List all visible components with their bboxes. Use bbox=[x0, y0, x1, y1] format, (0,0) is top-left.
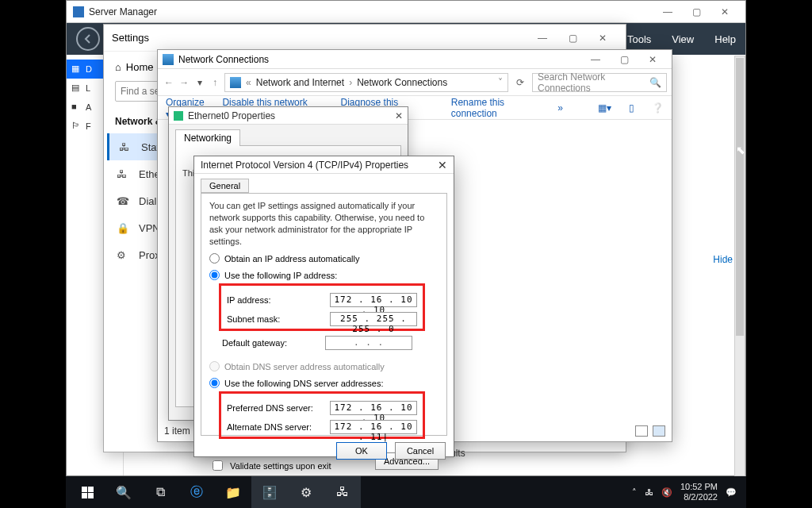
highlight-ip-block: IP address:172 . 16 . 10 . 10 Subnet mas… bbox=[219, 283, 425, 331]
close-icon[interactable]: ✕ bbox=[395, 110, 403, 121]
ipv4-properties-dialog: Internet Protocol Version 4 (TCP/IPv4) P… bbox=[193, 156, 454, 457]
proxy-icon: ⚙ bbox=[117, 249, 131, 261]
windows-logo-icon bbox=[82, 487, 94, 498]
forward-icon[interactable]: → bbox=[178, 77, 190, 88]
radio-use-following-dns[interactable]: Use the following DNS server addresses: bbox=[209, 378, 439, 388]
ipv4-description: You can get IP settings assigned automat… bbox=[209, 200, 439, 247]
servers-icon: ■ bbox=[71, 102, 82, 113]
notifications-icon[interactable]: 💬 bbox=[726, 487, 737, 498]
label-gateway: Default gateway: bbox=[222, 338, 325, 348]
back-button[interactable] bbox=[76, 27, 100, 51]
menu-tools[interactable]: Tools bbox=[627, 33, 651, 45]
ie-button[interactable]: ⓔ bbox=[178, 476, 215, 508]
nav-buttons: ← → ▾ ↑ bbox=[163, 77, 221, 88]
default-gateway-field[interactable]: . . . bbox=[325, 336, 412, 350]
ipv4-body: You can get IP settings assigned automat… bbox=[201, 193, 447, 436]
recent-icon[interactable]: ▾ bbox=[193, 77, 206, 88]
clock[interactable]: 10:52 PM 8/2/2022 bbox=[680, 482, 718, 502]
menu-help[interactable]: Help bbox=[714, 33, 736, 45]
nc-icon bbox=[163, 54, 174, 65]
radio-use-following-ip[interactable]: Use the following IP address: bbox=[209, 270, 439, 280]
search-button[interactable]: 🔍 bbox=[105, 476, 142, 508]
maximize-button[interactable]: ▢ bbox=[610, 51, 638, 68]
minimize-button[interactable]: — bbox=[581, 51, 610, 68]
nc-search[interactable]: Search Network Connections 🔍 bbox=[532, 73, 667, 92]
status-icon: 🖧 bbox=[119, 141, 133, 153]
home-icon: ⌂ bbox=[115, 61, 121, 73]
ipv4-title: Internet Protocol Version 4 (TCP/IPv4) P… bbox=[201, 160, 408, 171]
chevron-down-icon[interactable]: ˅ bbox=[498, 77, 503, 88]
settings-titlebar[interactable]: Settings — ▢ ✕ bbox=[104, 25, 626, 52]
dashboard-icon: ▦ bbox=[71, 64, 82, 75]
back-icon[interactable]: ← bbox=[163, 77, 175, 88]
nc-address-bar: ← → ▾ ↑ « Network and Internet › Network… bbox=[158, 69, 672, 96]
cancel-button[interactable]: Cancel bbox=[395, 442, 446, 460]
tray-up-icon[interactable]: ˄ bbox=[632, 487, 637, 498]
subnet-mask-field[interactable]: 255 . 255 . 255 . 0 bbox=[330, 312, 417, 326]
ip-address-field[interactable]: 172 . 16 . 10 . 10 bbox=[330, 293, 417, 307]
ethernet-titlebar[interactable]: Ethernet0 Properties ✕ bbox=[169, 107, 408, 125]
validate-checkbox[interactable]: Validate settings upon exit bbox=[209, 458, 331, 473]
server-manager-taskbar[interactable]: 🗄️ bbox=[251, 476, 288, 508]
alternate-dns-field[interactable]: 172 . 16 . 10 . 11| bbox=[330, 420, 417, 434]
up-icon[interactable]: ↑ bbox=[209, 77, 221, 88]
close-icon[interactable]: ✕ bbox=[438, 159, 447, 171]
ethernet-title: Ethernet0 Properties bbox=[188, 110, 275, 121]
close-button[interactable]: ✕ bbox=[588, 27, 618, 49]
maximize-button[interactable]: ▢ bbox=[557, 27, 588, 49]
hide-link[interactable]: Hide bbox=[713, 254, 733, 265]
minimize-button[interactable]: — bbox=[653, 2, 682, 21]
sound-tray-icon[interactable]: 🔇 bbox=[661, 487, 672, 498]
nc-taskbar[interactable]: 🖧 bbox=[324, 476, 361, 508]
desktop: Server Manager — ▢ ✕ Tools View Help ▦D … bbox=[0, 0, 812, 508]
adapter-icon bbox=[174, 111, 183, 121]
tab-networking[interactable]: Networking bbox=[175, 129, 240, 146]
label-alternate-dns: Alternate DNS server: bbox=[227, 422, 330, 432]
settings-taskbar[interactable]: ⚙ bbox=[288, 476, 324, 508]
minimize-button[interactable]: — bbox=[527, 27, 557, 49]
label-subnet: Subnet mask: bbox=[227, 314, 330, 324]
start-button[interactable] bbox=[69, 476, 105, 508]
explorer-button[interactable]: 📁 bbox=[215, 476, 251, 508]
system-tray[interactable]: ˄ 🖧 🔇 10:52 PM 8/2/2022 💬 bbox=[626, 482, 743, 502]
menu-view[interactable]: View bbox=[672, 33, 694, 45]
refresh-icon[interactable]: ⟳ bbox=[511, 74, 529, 91]
radio-obtain-ip-auto[interactable]: Obtain an IP address automatically bbox=[209, 253, 439, 264]
nc-title: Network Connections bbox=[178, 54, 269, 65]
close-button[interactable]: ✕ bbox=[638, 51, 667, 68]
ok-button[interactable]: OK bbox=[336, 442, 387, 460]
server-icon: ▤ bbox=[71, 83, 82, 94]
file-services-icon: 🏳 bbox=[71, 121, 82, 132]
ethernet-icon: 🖧 bbox=[117, 168, 131, 180]
nc-path-icon bbox=[230, 77, 241, 88]
server-manager-icon bbox=[73, 6, 84, 17]
ipv4-titlebar[interactable]: Internet Protocol Version 4 (TCP/IPv4) P… bbox=[194, 156, 454, 174]
maximize-button[interactable]: ▢ bbox=[682, 2, 710, 21]
task-view-button[interactable]: ⧉ bbox=[142, 476, 178, 508]
tab-general[interactable]: General bbox=[201, 179, 249, 193]
radio-obtain-dns-auto: Obtain DNS server address automatically bbox=[209, 361, 439, 371]
label-ip: IP address: bbox=[227, 295, 330, 305]
details-view-icon[interactable] bbox=[635, 425, 648, 437]
highlight-dns-block: Preferred DNS server:172 . 16 . 10 . 10 … bbox=[219, 391, 425, 439]
server-manager-titlebar[interactable]: Server Manager — ▢ ✕ bbox=[67, 1, 745, 23]
network-tray-icon[interactable]: 🖧 bbox=[645, 487, 653, 497]
more-icon[interactable]: » bbox=[557, 102, 563, 114]
preferred-dns-field[interactable]: 172 . 16 . 10 . 10 bbox=[330, 401, 417, 415]
icons-view-icon[interactable] bbox=[653, 425, 665, 437]
breadcrumb[interactable]: « Network and Internet › Network Connect… bbox=[224, 73, 508, 92]
rename-connection[interactable]: Rename this connection bbox=[451, 97, 541, 119]
close-button[interactable]: ✕ bbox=[710, 2, 739, 21]
taskbar: 🔍 ⧉ ⓔ 📁 🗄️ ⚙ 🖧 ˄ 🖧 🔇 10:52 PM 8/2/2022 💬 bbox=[66, 476, 746, 508]
view-options-icon[interactable]: ▦▾ bbox=[598, 102, 611, 114]
settings-title: Settings bbox=[112, 32, 149, 44]
status-bar: 1 item bbox=[164, 425, 190, 437]
scrollbar[interactable] bbox=[734, 56, 745, 476]
view-mode[interactable] bbox=[635, 425, 665, 437]
preview-pane-icon[interactable]: ▯ bbox=[629, 102, 634, 114]
nc-titlebar[interactable]: Network Connections — ▢ ✕ bbox=[158, 50, 672, 69]
help-icon[interactable]: ❔ bbox=[652, 102, 664, 114]
dialup-icon: ☎ bbox=[117, 195, 131, 207]
scroll-thumb[interactable] bbox=[736, 58, 744, 336]
label-preferred-dns: Preferred DNS server: bbox=[227, 403, 330, 413]
